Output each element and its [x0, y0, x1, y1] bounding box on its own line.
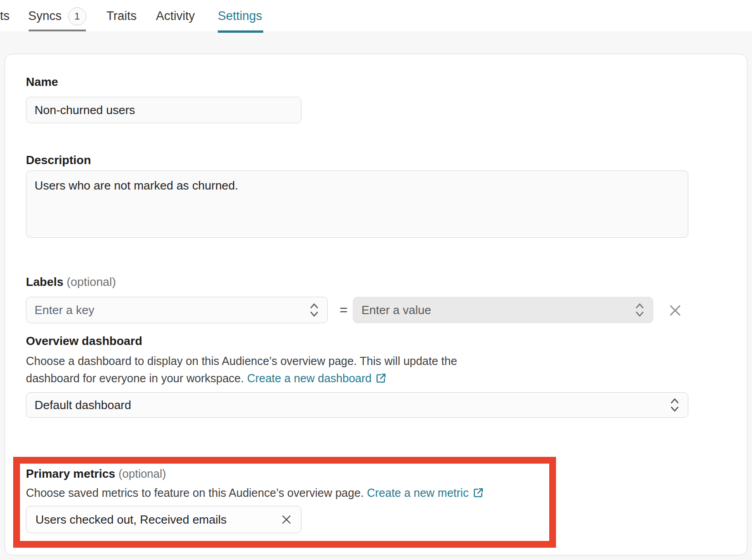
audience-settings-screen: ts Syncs 1 Traits Activity Settings Name…	[0, 0, 752, 560]
label-key-select[interactable]: Enter a key	[26, 297, 328, 323]
name-input-value: Non-churned users	[35, 103, 135, 117]
labels-optional-text: (optional)	[67, 275, 116, 289]
tab-activity-label: Activity	[156, 9, 195, 23]
clear-metrics-button[interactable]	[281, 514, 292, 525]
overview-dashboard-heading: Overview dashboard	[26, 334, 142, 348]
syncs-tab-underline	[29, 30, 86, 31]
chevron-updown-icon	[309, 302, 319, 318]
label-value-placeholder: Enter a value	[361, 303, 431, 317]
tab-settings[interactable]: Settings	[218, 0, 262, 32]
overview-dashboard-description: Choose a dashboard to display on this Au…	[26, 352, 512, 389]
tab-syncs[interactable]: Syncs 1	[28, 0, 86, 32]
tab-traits[interactable]: Traits	[106, 0, 137, 32]
chevron-updown-icon	[670, 397, 680, 413]
overview-dashboard-selected: Default dashboard	[35, 398, 131, 412]
settings-tab-active-underline	[218, 30, 263, 33]
description-label: Description	[26, 153, 91, 167]
external-link-icon	[472, 488, 484, 501]
name-input[interactable]: Non-churned users	[26, 97, 301, 123]
label-value-select[interactable]: Enter a value	[353, 297, 653, 323]
tab-activity[interactable]: Activity	[156, 0, 195, 32]
labels-label: Labels (optional)	[26, 275, 116, 289]
label-key-placeholder: Enter a key	[35, 303, 95, 317]
primary-metrics-heading: Primary metrics (optional)	[26, 467, 166, 481]
close-icon	[281, 514, 292, 525]
remove-label-row-button[interactable]	[668, 303, 682, 318]
labels-label-text: Labels	[26, 275, 63, 289]
syncs-count-badge: 1	[68, 7, 86, 25]
overview-dashboard-select[interactable]: Default dashboard	[26, 392, 688, 418]
name-label: Name	[26, 75, 58, 89]
primary-metrics-input[interactable]: Users checked out, Received emails	[26, 506, 301, 533]
description-value: Users who are not marked as churned.	[35, 179, 238, 192]
tab-syncs-label: Syncs	[28, 9, 62, 23]
primary-metrics-value: Users checked out, Received emails	[35, 513, 227, 527]
page-background: Name Non-churned users Description Users…	[0, 33, 752, 560]
tab-partial-clipped[interactable]: ts	[0, 0, 10, 32]
overview-dashboard-description-text: Choose a dashboard to display on this Au…	[26, 355, 457, 385]
create-new-dashboard-link[interactable]: Create a new dashboard	[247, 372, 387, 385]
description-textarea[interactable]: Users who are not marked as churned.	[26, 170, 688, 238]
create-new-metric-link-label: Create a new metric	[367, 486, 469, 499]
tab-settings-label: Settings	[218, 9, 262, 23]
equals-sign: =	[340, 302, 348, 318]
primary-metrics-heading-text: Primary metrics	[26, 467, 115, 480]
close-icon	[669, 304, 682, 317]
create-new-dashboard-link-label: Create a new dashboard	[247, 372, 371, 385]
primary-metrics-description: Choose saved metrics to feature on this …	[26, 484, 484, 503]
tab-traits-label: Traits	[106, 9, 137, 23]
primary-metrics-optional-text: (optional)	[119, 467, 166, 480]
tab-partial-label: ts	[0, 9, 10, 23]
create-new-metric-link[interactable]: Create a new metric	[367, 486, 484, 499]
external-link-icon	[375, 374, 387, 386]
tab-bar: ts Syncs 1 Traits Activity Settings	[0, 0, 752, 32]
primary-metrics-description-text: Choose saved metrics to feature on this …	[26, 486, 367, 499]
settings-card: Name Non-churned users Description Users…	[5, 54, 747, 555]
chevron-updown-icon	[635, 302, 645, 318]
